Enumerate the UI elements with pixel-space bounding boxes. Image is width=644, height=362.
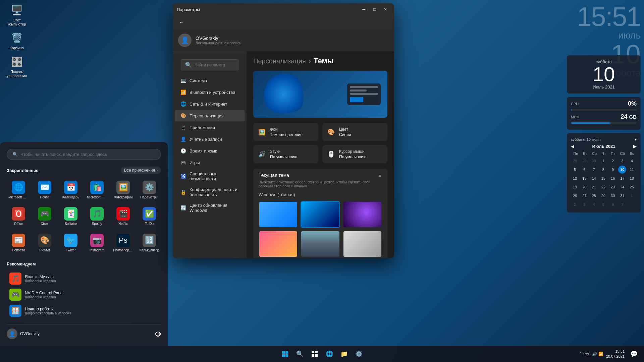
cal-day-cell[interactable]: 1 <box>599 157 607 165</box>
cal-day-cell[interactable]: 28 <box>590 192 598 200</box>
cal-day-cell[interactable]: 3 <box>580 200 588 208</box>
cal-day-cell[interactable]: 30 <box>609 192 617 200</box>
cal-day-cell[interactable]: 20 <box>580 183 588 191</box>
pinned-app-store[interactable]: 🛍️Microsoft Store <box>85 178 109 202</box>
cal-day-cell[interactable]: 5 <box>571 166 579 174</box>
network-icon[interactable]: 📶 <box>598 352 603 356</box>
cal-day-cell[interactable]: 25 <box>628 183 636 191</box>
sidebar-item-network[interactable]: 🌐 Сеть & и Интернет <box>175 98 245 110</box>
cal-day-cell[interactable]: 29 <box>580 157 588 165</box>
pinned-app-netflix[interactable]: 🎬Netflix <box>111 204 135 228</box>
pinned-app-calendar[interactable]: 📅Календарь <box>59 178 83 202</box>
prop-card-Фон[interactable]: 🖼️ Фон Тёмное цветение <box>253 123 318 141</box>
cal-day-cell[interactable]: 11 <box>628 166 636 174</box>
desktop-icon-recycle-bin[interactable]: 🗑️ Корзина <box>3 31 30 50</box>
start-search-bar[interactable]: 🔍 <box>7 149 161 160</box>
taskbar-clock[interactable]: 15:51 10.07.2021 <box>606 349 625 359</box>
pinned-app-photos[interactable]: 🖼️Фотографии <box>111 178 135 202</box>
cal-day-cell[interactable]: 15 <box>599 174 607 182</box>
taskbar-start-button[interactable] <box>278 347 292 361</box>
cal-day-cell[interactable]: 14 <box>590 174 598 182</box>
pinned-app-mail[interactable]: ✉️Почта <box>33 178 56 202</box>
cal-day-cell[interactable]: 19 <box>571 183 579 191</box>
cal-day-cell[interactable]: 16 <box>609 174 617 182</box>
pinned-app-calc[interactable]: 🔢Калькулятор <box>138 231 161 255</box>
cal-prev-icon[interactable]: ◀ <box>571 144 574 149</box>
cal-day-cell[interactable]: 17 <box>618 174 626 182</box>
cal-day-cell[interactable]: 27 <box>580 192 588 200</box>
taskbar-task-view-button[interactable] <box>308 347 321 361</box>
sidebar-item-privacy[interactable]: 🔒 Конфиденциальность и безопасность <box>175 184 245 200</box>
pinned-app-settings[interactable]: ⚙️Параметры <box>138 178 161 202</box>
settings-search-input[interactable] <box>195 63 234 67</box>
desktop-icon-this-pc[interactable]: 🖥️ Этот компьютер <box>3 3 30 26</box>
cal-day-cell[interactable]: 31 <box>618 192 626 200</box>
pinned-app-office[interactable]: 🅾️Office <box>7 204 30 228</box>
cal-day-cell[interactable]: 6 <box>609 200 617 208</box>
sidebar-item-apps[interactable]: 📱 Приложения <box>175 122 245 133</box>
recommended-item[interactable]: 🎵Яндекс.МузыкаДобавлено недавно <box>7 270 161 287</box>
cal-day-cell[interactable]: 12 <box>571 174 579 182</box>
sidebar-item-gaming[interactable]: 🎮 Игры <box>175 157 245 168</box>
close-button[interactable]: ✕ <box>381 5 390 14</box>
sidebar-item-update[interactable]: 🔄 Центр обновления Windows <box>175 200 245 216</box>
pinned-app-todo[interactable]: ✅To Do <box>138 204 161 228</box>
chevron-up-tray-icon[interactable]: ⌃ <box>579 352 582 356</box>
taskbar-search-button[interactable]: 🔍 <box>293 347 307 361</box>
pinned-app-instagram[interactable]: 📷Instagram <box>85 231 109 255</box>
cal-dropdown-icon[interactable]: ▾ <box>635 137 637 142</box>
cal-day-cell[interactable]: 7 <box>590 166 598 174</box>
power-button[interactable]: ⏻ <box>155 330 161 338</box>
theme-item-t5[interactable] <box>301 231 340 257</box>
sidebar-item-accounts[interactable]: 👤 Учётные записи <box>175 133 245 145</box>
cal-day-cell[interactable]: 30 <box>590 157 598 165</box>
recommended-item[interactable]: 🎮NVIDIA Control PanelДобавлено недавно <box>7 287 161 303</box>
pinned-app-edge[interactable]: 🌐Microsoft Edge <box>7 178 30 202</box>
cal-day-cell[interactable]: 4 <box>628 157 636 165</box>
cal-day-cell[interactable]: 2 <box>609 157 617 165</box>
pinned-app-news[interactable]: 📰Новости <box>7 231 30 255</box>
chevron-up-icon[interactable]: ▲ <box>378 173 382 178</box>
cal-day-cell[interactable]: 21 <box>590 183 598 191</box>
prop-card-Курсор мыши[interactable]: 🖱️ Курсор мыши По умолчанию <box>322 145 387 163</box>
all-apps-button[interactable]: Все приложения › <box>121 167 161 174</box>
theme-item-t1[interactable] <box>259 201 298 228</box>
pinned-app-spotify[interactable]: 🎵Spotify <box>85 204 109 228</box>
cal-day-cell[interactable]: 28 <box>571 157 579 165</box>
theme-item-t2[interactable] <box>301 201 340 228</box>
theme-item-t3[interactable] <box>343 201 382 228</box>
cal-day-cell[interactable]: 24 <box>618 183 626 191</box>
pinned-app-picsart[interactable]: 🎨PicsArt <box>33 231 56 255</box>
taskbar-settings-button[interactable]: ⚙️ <box>352 347 366 361</box>
pinned-app-twitter[interactable]: 🐦Twitter <box>59 231 83 255</box>
cal-day-cell[interactable]: 4 <box>590 200 598 208</box>
sidebar-item-accessibility[interactable]: ♿ Специальные возможности <box>175 169 245 184</box>
pinned-app-photoshop[interactable]: PsPhotoshop Express <box>111 231 135 255</box>
start-search-input[interactable] <box>20 152 155 157</box>
recommended-item[interactable]: 🪟Начало работыДобро пожаловать в Windows <box>7 303 161 319</box>
cal-day-cell[interactable]: 13 <box>580 174 588 182</box>
theme-item-t6[interactable] <box>343 231 382 257</box>
cal-day-cell[interactable]: 7 <box>618 200 626 208</box>
pinned-app-xbox[interactable]: 🎮Xbox <box>33 204 56 228</box>
sidebar-item-system[interactable]: 💻 Система <box>175 75 245 86</box>
taskbar-edge-button[interactable]: 🌐 <box>323 347 336 361</box>
sidebar-item-personalization[interactable]: 🎨 Персонализация <box>175 110 245 121</box>
theme-item-t4[interactable] <box>259 231 298 257</box>
sidebar-item-time[interactable]: 🕐 Время и язык <box>175 145 245 157</box>
desktop-icon-control-panel[interactable]: 🎛️ Панель управления <box>3 55 30 78</box>
start-user[interactable]: 👤 OVGorskiy <box>7 328 40 339</box>
settings-user-header[interactable]: 👤 OVGorskiy Локальная учётная запись <box>173 29 394 51</box>
minimize-button[interactable]: ─ <box>359 5 369 14</box>
notification-button[interactable]: 💬 <box>627 347 641 361</box>
prop-card-Цвет[interactable]: 🎨 Цвет Синий <box>322 123 387 141</box>
cal-day-cell[interactable]: 1 <box>628 192 636 200</box>
settings-search-bar[interactable]: 🔍 <box>181 59 238 70</box>
cal-day-cell[interactable]: 8 <box>599 166 607 174</box>
cal-day-cell[interactable]: 18 <box>628 174 636 182</box>
cal-day-cell[interactable]: 9 <box>609 166 617 174</box>
cal-day-cell[interactable]: 3 <box>618 157 626 165</box>
maximize-button[interactable]: □ <box>370 5 379 14</box>
cal-day-cell[interactable]: 6 <box>580 166 588 174</box>
cal-day-cell[interactable]: 23 <box>609 183 617 191</box>
